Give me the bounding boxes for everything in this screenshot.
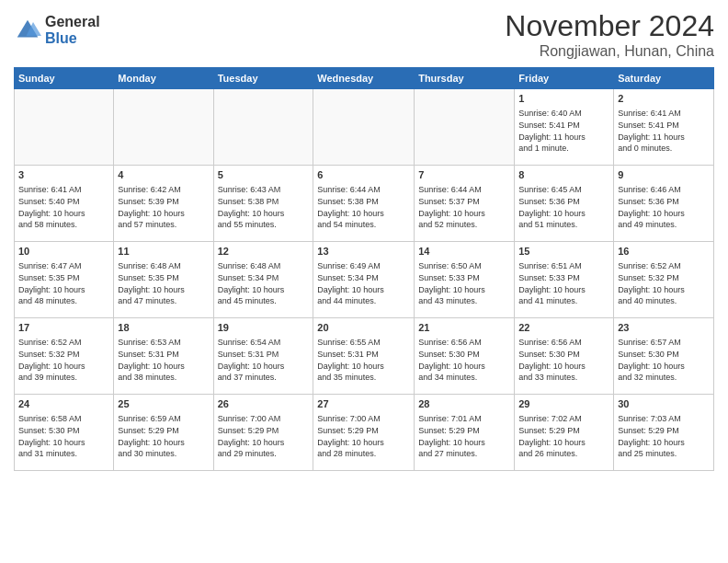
header: General Blue November 2024 Rongjiawan, H…: [14, 9, 714, 60]
day-info: Sunrise: 6:44 AMSunset: 5:37 PMDaylight:…: [418, 184, 510, 230]
calendar-cell: [15, 89, 114, 166]
day-info: Sunrise: 6:50 AMSunset: 5:33 PMDaylight:…: [418, 260, 510, 306]
day-info: Sunrise: 6:46 AMSunset: 5:36 PMDaylight:…: [618, 184, 710, 230]
calendar-cell: [114, 89, 213, 166]
calendar-cell: 17Sunrise: 6:52 AMSunset: 5:32 PMDayligh…: [15, 318, 114, 395]
location: Rongjiawan, Hunan, China: [505, 43, 714, 60]
day-number: 5: [218, 168, 310, 182]
day-info: Sunrise: 6:47 AMSunset: 5:35 PMDaylight:…: [18, 260, 109, 306]
calendar-week-row: 1Sunrise: 6:40 AMSunset: 5:41 PMDaylight…: [15, 89, 714, 166]
calendar-cell: 20Sunrise: 6:55 AMSunset: 5:31 PMDayligh…: [313, 318, 415, 395]
calendar-header: SundayMondayTuesdayWednesdayThursdayFrid…: [15, 68, 714, 89]
day-of-week-header: Friday: [515, 68, 614, 89]
calendar-cell: 14Sunrise: 6:50 AMSunset: 5:33 PMDayligh…: [415, 242, 515, 318]
day-info: Sunrise: 6:52 AMSunset: 5:32 PMDaylight:…: [18, 337, 109, 383]
calendar-cell: 6Sunrise: 6:44 AMSunset: 5:38 PMDaylight…: [313, 166, 415, 242]
calendar-cell: [415, 89, 515, 166]
month-title: November 2024: [505, 9, 714, 43]
day-number: 8: [518, 168, 609, 182]
day-info: Sunrise: 6:56 AMSunset: 5:30 PMDaylight:…: [418, 337, 510, 383]
calendar-cell: 30Sunrise: 7:03 AMSunset: 5:29 PMDayligh…: [614, 395, 714, 471]
day-number: 1: [518, 92, 609, 106]
day-number: 26: [218, 397, 310, 411]
title-block: November 2024 Rongjiawan, Hunan, China: [505, 9, 714, 60]
calendar-week-row: 3Sunrise: 6:41 AMSunset: 5:40 PMDaylight…: [15, 166, 714, 242]
day-of-week-header: Monday: [114, 68, 213, 89]
day-number: 12: [218, 245, 310, 259]
day-info: Sunrise: 6:51 AMSunset: 5:33 PMDaylight:…: [518, 260, 609, 306]
calendar-cell: 13Sunrise: 6:49 AMSunset: 5:34 PMDayligh…: [313, 242, 415, 318]
calendar-week-row: 24Sunrise: 6:58 AMSunset: 5:30 PMDayligh…: [15, 395, 714, 471]
calendar-cell: 25Sunrise: 6:59 AMSunset: 5:29 PMDayligh…: [114, 395, 213, 471]
day-info: Sunrise: 6:52 AMSunset: 5:32 PMDaylight:…: [618, 260, 710, 306]
calendar-cell: 23Sunrise: 6:57 AMSunset: 5:30 PMDayligh…: [614, 318, 714, 395]
calendar-cell: 27Sunrise: 7:00 AMSunset: 5:29 PMDayligh…: [313, 395, 415, 471]
day-number: 20: [317, 321, 410, 335]
day-number: 10: [18, 245, 109, 259]
day-info: Sunrise: 7:01 AMSunset: 5:29 PMDaylight:…: [418, 413, 510, 459]
day-info: Sunrise: 6:54 AMSunset: 5:31 PMDaylight:…: [218, 337, 310, 383]
logo-general-text: General: [45, 14, 100, 30]
day-number: 7: [418, 168, 510, 182]
day-info: Sunrise: 6:45 AMSunset: 5:36 PMDaylight:…: [518, 184, 609, 230]
day-info: Sunrise: 6:44 AMSunset: 5:38 PMDaylight:…: [317, 184, 410, 230]
day-number: 13: [317, 245, 410, 259]
day-info: Sunrise: 6:48 AMSunset: 5:35 PMDaylight:…: [118, 260, 209, 306]
day-of-week-header: Tuesday: [213, 68, 313, 89]
day-info: Sunrise: 6:59 AMSunset: 5:29 PMDaylight:…: [118, 413, 209, 459]
calendar-cell: 21Sunrise: 6:56 AMSunset: 5:30 PMDayligh…: [415, 318, 515, 395]
calendar-cell: 11Sunrise: 6:48 AMSunset: 5:35 PMDayligh…: [114, 242, 213, 318]
day-number: 23: [618, 321, 710, 335]
calendar-cell: 24Sunrise: 6:58 AMSunset: 5:30 PMDayligh…: [15, 395, 114, 471]
day-number: 11: [118, 245, 209, 259]
day-info: Sunrise: 6:40 AMSunset: 5:41 PMDaylight:…: [518, 108, 609, 154]
calendar-cell: 1Sunrise: 6:40 AMSunset: 5:41 PMDaylight…: [515, 89, 614, 166]
day-number: 28: [418, 397, 510, 411]
day-info: Sunrise: 7:03 AMSunset: 5:29 PMDaylight:…: [618, 413, 710, 459]
calendar-cell: 26Sunrise: 7:00 AMSunset: 5:29 PMDayligh…: [213, 395, 313, 471]
day-number: 4: [118, 168, 209, 182]
day-number: 17: [18, 321, 109, 335]
day-of-week-header: Sunday: [15, 68, 114, 89]
calendar-cell: [313, 89, 415, 166]
calendar-cell: 28Sunrise: 7:01 AMSunset: 5:29 PMDayligh…: [415, 395, 515, 471]
calendar: SundayMondayTuesdayWednesdayThursdayFrid…: [14, 67, 714, 471]
calendar-cell: 9Sunrise: 6:46 AMSunset: 5:36 PMDaylight…: [614, 166, 714, 242]
day-number: 22: [518, 321, 609, 335]
logo: General Blue: [14, 14, 100, 46]
calendar-cell: 3Sunrise: 6:41 AMSunset: 5:40 PMDaylight…: [15, 166, 114, 242]
day-info: Sunrise: 6:58 AMSunset: 5:30 PMDaylight:…: [18, 413, 109, 459]
day-info: Sunrise: 6:42 AMSunset: 5:39 PMDaylight:…: [118, 184, 209, 230]
day-info: Sunrise: 6:53 AMSunset: 5:31 PMDaylight:…: [118, 337, 209, 383]
calendar-cell: 4Sunrise: 6:42 AMSunset: 5:39 PMDaylight…: [114, 166, 213, 242]
day-number: 19: [218, 321, 310, 335]
calendar-cell: 5Sunrise: 6:43 AMSunset: 5:38 PMDaylight…: [213, 166, 313, 242]
calendar-cell: 7Sunrise: 6:44 AMSunset: 5:37 PMDaylight…: [415, 166, 515, 242]
day-info: Sunrise: 6:56 AMSunset: 5:30 PMDaylight:…: [518, 337, 609, 383]
day-info: Sunrise: 7:00 AMSunset: 5:29 PMDaylight:…: [317, 413, 410, 459]
day-info: Sunrise: 6:41 AMSunset: 5:41 PMDaylight:…: [618, 108, 710, 154]
day-info: Sunrise: 6:41 AMSunset: 5:40 PMDaylight:…: [18, 184, 109, 230]
calendar-cell: 18Sunrise: 6:53 AMSunset: 5:31 PMDayligh…: [114, 318, 213, 395]
day-number: 18: [118, 321, 209, 335]
day-of-week-header: Saturday: [614, 68, 714, 89]
day-info: Sunrise: 6:55 AMSunset: 5:31 PMDaylight:…: [317, 337, 410, 383]
day-number: 6: [317, 168, 410, 182]
day-info: Sunrise: 7:00 AMSunset: 5:29 PMDaylight:…: [218, 413, 310, 459]
logo-blue-text: Blue: [45, 30, 100, 47]
header-row: SundayMondayTuesdayWednesdayThursdayFrid…: [15, 68, 714, 89]
calendar-body: 1Sunrise: 6:40 AMSunset: 5:41 PMDaylight…: [15, 89, 714, 471]
calendar-cell: 15Sunrise: 6:51 AMSunset: 5:33 PMDayligh…: [515, 242, 614, 318]
page-container: General Blue November 2024 Rongjiawan, H…: [0, 0, 728, 563]
day-number: 30: [618, 397, 710, 411]
calendar-cell: 2Sunrise: 6:41 AMSunset: 5:41 PMDaylight…: [614, 89, 714, 166]
calendar-cell: 19Sunrise: 6:54 AMSunset: 5:31 PMDayligh…: [213, 318, 313, 395]
day-number: 24: [18, 397, 109, 411]
logo-text: General Blue: [45, 14, 100, 46]
calendar-cell: 16Sunrise: 6:52 AMSunset: 5:32 PMDayligh…: [614, 242, 714, 318]
day-of-week-header: Thursday: [415, 68, 515, 89]
day-number: 9: [618, 168, 710, 182]
day-info: Sunrise: 6:57 AMSunset: 5:30 PMDaylight:…: [618, 337, 710, 383]
calendar-cell: 29Sunrise: 7:02 AMSunset: 5:29 PMDayligh…: [515, 395, 614, 471]
day-info: Sunrise: 7:02 AMSunset: 5:29 PMDaylight:…: [518, 413, 609, 459]
